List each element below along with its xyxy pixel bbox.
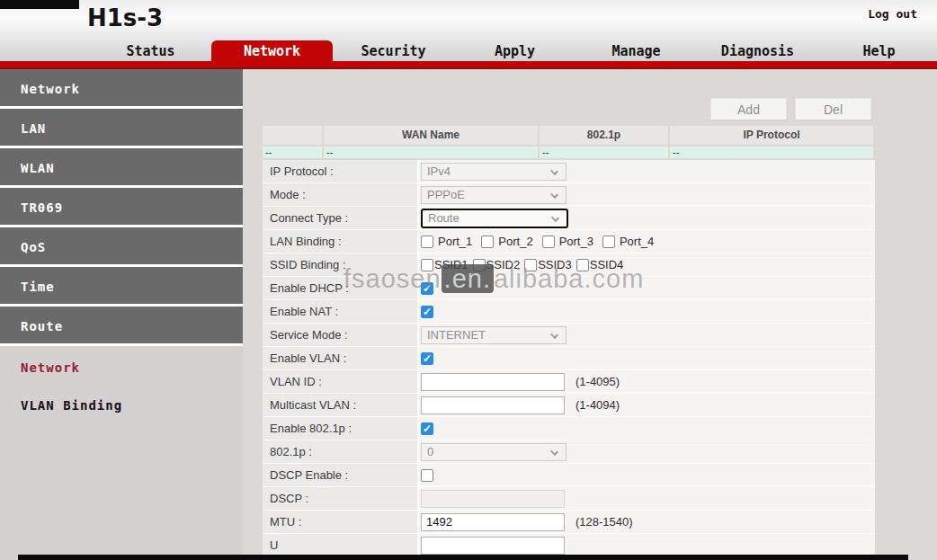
multicast-vlan-input[interactable] bbox=[421, 396, 565, 414]
wan-table-header-cell: 802.1p bbox=[540, 126, 668, 145]
router-admin-screen: H1s-3 Log out StatusNetworkSecurityApply… bbox=[0, 0, 937, 560]
tab-status[interactable]: Status bbox=[90, 42, 211, 61]
form-row-service-mode: Service Mode :INTERNET bbox=[263, 324, 875, 347]
mtu-input[interactable] bbox=[421, 513, 565, 531]
ssid-binding-checkbox-ssid3[interactable]: ✓ bbox=[524, 259, 537, 271]
ssid-binding-checkbox-ssid4[interactable]: ✓ bbox=[576, 259, 589, 271]
tab-diagnosis[interactable]: Diagnosis bbox=[697, 42, 818, 61]
sidebar-item-qos[interactable]: QoS bbox=[0, 227, 243, 267]
enable-dhcp-checkbox[interactable]: ✓ bbox=[421, 282, 433, 295]
ssid-binding-option-label: SSID3 bbox=[538, 258, 572, 271]
form-row-enable-nat: Enable NAT :✓ bbox=[263, 300, 875, 324]
form-value-enable-dhcp: ✓ bbox=[419, 277, 875, 299]
ip-protocol-select-value: IPv4 bbox=[427, 164, 451, 178]
sidebar-item-tr069[interactable]: TR069 bbox=[0, 188, 243, 227]
sidebar-subitem-vlan-binding[interactable]: VLAN Binding bbox=[0, 396, 243, 433]
lan-binding-checkbox-port-1[interactable]: ✓ bbox=[421, 236, 433, 248]
enable-nat-checkbox[interactable]: ✓ bbox=[421, 306, 433, 318]
service-mode-select[interactable]: INTERNET bbox=[421, 326, 567, 344]
dscp-input[interactable] bbox=[421, 490, 565, 508]
vlan-id-range-hint: (1-4095) bbox=[576, 375, 620, 388]
form-value-enable-802-1p: ✓ bbox=[419, 417, 875, 440]
service-mode-select-value: INTERNET bbox=[427, 328, 486, 342]
form-value-802-1p: 0 bbox=[419, 440, 875, 463]
checkmark-icon: ✓ bbox=[423, 352, 432, 365]
802-1p-select[interactable]: 0 bbox=[421, 443, 567, 461]
sidebar: NetworkLANWLANTR069QoSTimeRouteNetworkVL… bbox=[0, 69, 243, 560]
form-value-dscp-enable: ✓ bbox=[419, 464, 875, 486]
form-row-enable-vlan: Enable VLAN :✓ bbox=[263, 347, 875, 370]
chevron-down-icon bbox=[551, 214, 559, 222]
form-value-u bbox=[419, 534, 875, 556]
mtu-range-hint: (128-1540) bbox=[576, 515, 633, 529]
form-value-ssid-binding: ✓SSID1✓SSID2✓SSID3✓SSID4 bbox=[419, 253, 875, 276]
form-value-mtu: (128-1540) bbox=[419, 511, 875, 533]
form-row-enable-802-1p: Enable 802.1p :✓ bbox=[263, 417, 875, 440]
lan-binding-checkbox-port-3[interactable]: ✓ bbox=[542, 236, 555, 248]
multicast-vlan-range-hint: (1-4094) bbox=[576, 398, 620, 412]
ssid-binding-checkbox-ssid1[interactable]: ✓ bbox=[421, 259, 433, 271]
sidebar-item-network[interactable]: Network bbox=[0, 69, 243, 109]
wan-settings-form: IP Protocol :IPv4Mode :PPPoEConnect Type… bbox=[263, 160, 875, 557]
form-label-enable-dhcp: Enable DHCP : bbox=[263, 277, 419, 299]
del-button[interactable]: Del bbox=[795, 98, 871, 120]
wan-table: WAN Name802.1pIP Protocol-------- bbox=[263, 126, 875, 158]
tab-apply[interactable]: Apply bbox=[454, 42, 576, 61]
form-value-ip-protocol: IPv4 bbox=[419, 160, 875, 182]
form-label-dscp: DSCP : bbox=[263, 487, 419, 510]
tab-manage[interactable]: Manage bbox=[576, 42, 697, 61]
form-value-multicast-vlan: (1-4094) bbox=[419, 394, 875, 416]
enable-802-1p-checkbox[interactable]: ✓ bbox=[421, 422, 433, 435]
table-row[interactable]: -------- bbox=[263, 147, 875, 158]
form-row-ip-protocol: IP Protocol :IPv4 bbox=[263, 160, 875, 183]
lan-binding-checkbox-port-2[interactable]: ✓ bbox=[481, 236, 494, 248]
form-value-connect-type: Route bbox=[419, 207, 875, 229]
form-label-service-mode: Service Mode : bbox=[263, 324, 419, 346]
vlan-id-input[interactable] bbox=[421, 373, 565, 391]
wan-table-header: WAN Name802.1pIP Protocol bbox=[263, 126, 875, 145]
connect-type-select[interactable]: Route bbox=[421, 209, 568, 228]
form-label-dscp-enable: DSCP Enable : bbox=[263, 464, 419, 486]
enable-vlan-checkbox[interactable]: ✓ bbox=[421, 352, 433, 365]
ip-protocol-select[interactable]: IPv4 bbox=[421, 163, 567, 181]
tab-network[interactable]: Network bbox=[211, 40, 333, 61]
form-value-lan-binding: ✓Port_1✓Port_2✓Port_3✓Port_4 bbox=[419, 230, 875, 253]
ssid-binding-option-label: SSID1 bbox=[434, 258, 468, 271]
add-button[interactable]: Add bbox=[710, 98, 787, 120]
accent-divider-bar bbox=[0, 61, 937, 69]
form-value-vlan-id: (1-4095) bbox=[419, 370, 875, 393]
wan-table-cell: -- bbox=[670, 147, 873, 158]
dscp-enable-checkbox[interactable]: ✓ bbox=[421, 469, 433, 482]
ssid-binding-checkbox-ssid2[interactable]: ✓ bbox=[473, 259, 486, 271]
form-row-connect-type: Connect Type :Route bbox=[263, 207, 875, 230]
tab-help[interactable]: Help bbox=[818, 42, 937, 61]
form-value-mode: PPPoE bbox=[419, 183, 875, 206]
sidebar-item-time[interactable]: Time bbox=[0, 267, 243, 307]
lan-binding-checkbox-port-4[interactable]: ✓ bbox=[602, 236, 615, 248]
sidebar-subitem-network[interactable]: Network bbox=[0, 358, 243, 396]
main-content: Add Del WAN Name802.1pIP Protocol-------… bbox=[243, 69, 937, 560]
top-edge-bar bbox=[0, 0, 79, 9]
form-row-dscp-enable: DSCP Enable :✓ bbox=[263, 464, 875, 487]
form-row-dscp: DSCP : bbox=[263, 487, 875, 511]
u-input[interactable] bbox=[421, 537, 565, 555]
wan-table-cell: -- bbox=[324, 147, 538, 158]
form-row-ssid-binding: SSID Binding :✓SSID1✓SSID2✓SSID3✓SSID4 bbox=[263, 253, 875, 277]
mode-select[interactable]: PPPoE bbox=[421, 186, 567, 204]
form-label-ssid-binding: SSID Binding : bbox=[263, 253, 419, 276]
form-value-service-mode: INTERNET bbox=[419, 324, 875, 346]
sidebar-item-lan[interactable]: LAN bbox=[0, 109, 243, 148]
form-value-enable-nat: ✓ bbox=[419, 300, 875, 323]
form-label-ip-protocol: IP Protocol : bbox=[263, 160, 419, 182]
logout-link[interactable]: Log out bbox=[868, 7, 917, 21]
tab-security[interactable]: Security bbox=[333, 42, 454, 61]
802-1p-select-value: 0 bbox=[427, 445, 433, 458]
checkmark-icon: ✓ bbox=[423, 306, 432, 318]
form-label-enable-802-1p: Enable 802.1p : bbox=[263, 417, 419, 440]
sidebar-item-route[interactable]: Route bbox=[0, 307, 243, 346]
ssid-binding-checkbox-group: ✓SSID1✓SSID2✓SSID3✓SSID4 bbox=[421, 258, 628, 271]
sidebar-submenu: NetworkVLAN Binding bbox=[0, 346, 243, 433]
form-label-mtu: MTU : bbox=[263, 511, 419, 533]
checkmark-icon: ✓ bbox=[423, 422, 432, 435]
sidebar-item-wlan[interactable]: WLAN bbox=[0, 148, 243, 188]
